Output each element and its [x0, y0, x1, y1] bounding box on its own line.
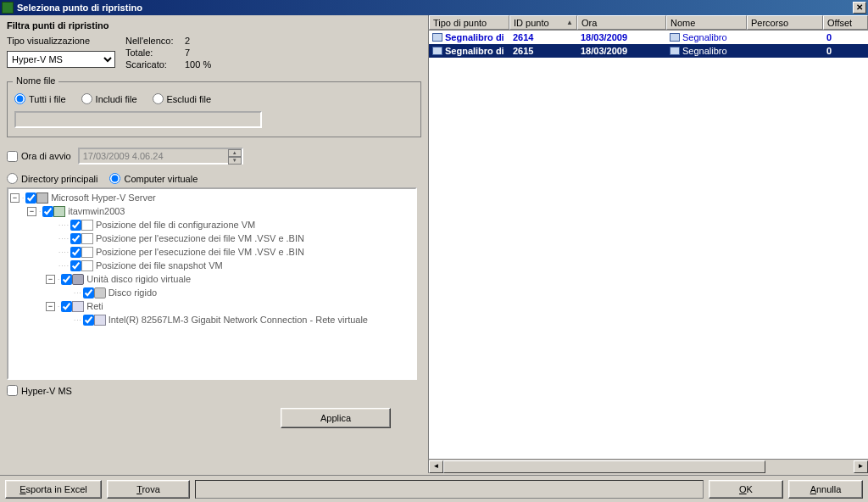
tree-check[interactable] — [25, 192, 36, 204]
tree-check[interactable] — [70, 220, 81, 231]
network-icon — [72, 301, 84, 312]
filter-section-title: Filtra punti di ripristino — [7, 20, 421, 31]
apply-button[interactable]: Applica — [281, 408, 391, 428]
radio-include-files[interactable]: Includi file — [81, 93, 137, 104]
window-title: Seleziona punto di ripristino — [17, 3, 853, 13]
tree-item[interactable]: Posizione per l'esecuzione dei file VM .… — [96, 233, 304, 243]
collapse-icon[interactable]: − — [46, 275, 55, 284]
hyperv-ms-checkbox[interactable]: Hyper-V MS — [7, 385, 421, 396]
cancel-button[interactable]: Annulla — [788, 480, 863, 499]
find-button[interactable]: Trova — [107, 480, 190, 499]
radio-all-files[interactable]: Tutti i file — [14, 93, 66, 104]
radio-main-dirs[interactable]: Directory principali — [7, 173, 97, 184]
sort-asc-icon: ▲ — [566, 19, 573, 26]
scroll-right-icon[interactable]: ► — [854, 460, 868, 473]
table-row[interactable]: Segnalibro di261418/03/2009Segnalibro0 — [429, 31, 868, 44]
tree-item[interactable]: Unità disco rigido virtuale — [86, 274, 191, 284]
ok-button[interactable]: OK — [709, 480, 783, 499]
document-icon — [81, 247, 93, 258]
tree-vm[interactable]: itavmwin2003 — [68, 206, 125, 216]
collapse-icon[interactable]: − — [10, 193, 19, 203]
document-icon — [81, 220, 93, 231]
tree-check[interactable] — [70, 247, 81, 258]
col-time[interactable]: Ora — [577, 15, 666, 30]
start-time-field[interactable]: 17/03/2009 4.06.24 ▲ ▼ — [78, 148, 243, 165]
bookmark-icon — [670, 33, 680, 42]
vm-icon — [53, 206, 65, 217]
filter-panel: Filtra punti di ripristino Tipo visualiz… — [0, 15, 428, 473]
radio-virtual-computer[interactable]: Computer virtuale — [109, 173, 198, 184]
bookmark-icon — [670, 47, 680, 55]
tree-root[interactable]: Microsoft Hyper-V Server — [51, 192, 155, 203]
bookmark-icon — [432, 33, 442, 42]
bottom-bar: Esporta in Excel Trova OK Annulla — [0, 475, 868, 502]
close-button[interactable]: ✕ — [853, 2, 866, 14]
col-id[interactable]: ID punto▲ — [509, 15, 577, 30]
app-icon — [2, 2, 14, 14]
tree-item[interactable]: Posizione per l'esecuzione dei file VM .… — [96, 247, 304, 257]
spinner-up-icon[interactable]: ▲ — [228, 149, 242, 157]
display-type-label: Tipo visualizzazione — [7, 36, 125, 46]
status-bar — [195, 480, 704, 499]
tree-check[interactable] — [83, 315, 94, 326]
harddisk-icon — [94, 287, 106, 298]
scroll-thumb[interactable] — [443, 460, 765, 473]
tree-check[interactable] — [61, 301, 72, 312]
downloaded-value: 100 % — [185, 59, 211, 70]
col-type[interactable]: Tipo di punto — [429, 15, 509, 30]
document-icon — [81, 233, 93, 244]
tree-item[interactable]: Posizione del file di configurazione VM — [96, 220, 255, 230]
scroll-left-icon[interactable]: ◄ — [429, 460, 443, 473]
col-name[interactable]: Nome — [666, 15, 747, 30]
spinner-down-icon[interactable]: ▼ — [228, 157, 242, 165]
tree-check[interactable] — [70, 260, 81, 271]
export-excel-button[interactable]: Esporta in Excel — [5, 480, 102, 499]
tree-item[interactable]: Posizione dei file snapshot VM — [96, 260, 223, 271]
table-header: Tipo di punto ID punto▲ Ora Nome Percors… — [429, 15, 868, 31]
table-row[interactable]: Segnalibro di261518/03/2009Segnalibro0 — [429, 44, 868, 58]
radio-exclude-files[interactable]: Escludi file — [153, 93, 212, 104]
document-icon — [81, 260, 93, 271]
tree-check[interactable] — [42, 206, 53, 217]
filename-groupbox: Nome file Tutti i file Includi file Escl… — [7, 81, 421, 137]
total-label: Totale: — [125, 47, 185, 58]
start-time-checkbox[interactable]: Ora di avvio — [7, 151, 71, 162]
nic-icon — [94, 315, 106, 326]
filename-input[interactable] — [14, 111, 262, 128]
tree-check[interactable] — [70, 233, 81, 244]
col-path[interactable]: Percorso — [747, 15, 823, 30]
in-list-value: 2 — [185, 36, 190, 46]
bookmark-icon — [432, 47, 442, 55]
col-offset[interactable]: Offset — [823, 15, 868, 30]
collapse-icon[interactable]: − — [27, 207, 36, 216]
vm-tree[interactable]: −·Microsoft Hyper-V Server −·itavmwin200… — [7, 187, 417, 380]
collapse-icon[interactable]: − — [46, 302, 55, 311]
filename-legend: Nome file — [13, 75, 58, 86]
in-list-label: Nell'elenco: — [125, 36, 185, 46]
tree-check[interactable] — [61, 274, 72, 285]
tree-item[interactable]: Intel(R) 82567LM-3 Gigabit Network Conne… — [108, 315, 368, 325]
downloaded-label: Scaricato: — [125, 59, 185, 70]
restore-points-table: Tipo di punto ID punto▲ Ora Nome Percors… — [428, 15, 868, 473]
tree-item[interactable]: Disco rigido — [108, 287, 157, 298]
disk-icon — [72, 274, 84, 285]
tree-item[interactable]: Reti — [86, 301, 103, 311]
display-type-select[interactable]: Hyper-V MS — [7, 51, 115, 68]
tree-check[interactable] — [83, 287, 94, 298]
time-spinner[interactable]: ▲ ▼ — [228, 149, 242, 163]
titlebar: Seleziona punto di ripristino ✕ — [0, 0, 868, 15]
horizontal-scrollbar[interactable]: ◄ ► — [429, 459, 868, 473]
server-icon — [36, 192, 48, 204]
total-value: 7 — [185, 47, 190, 58]
